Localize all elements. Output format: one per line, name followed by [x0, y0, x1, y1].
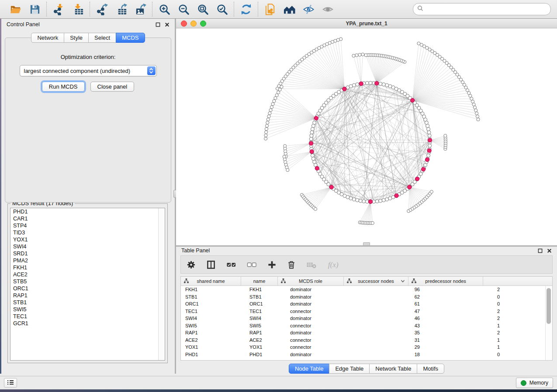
mcds-node-item[interactable]: FKH1 [10, 264, 165, 271]
mcds-node-item[interactable]: RAP1 [10, 292, 165, 299]
network-node[interactable] [474, 109, 477, 112]
network-node[interactable] [277, 91, 280, 94]
network-node[interactable] [356, 83, 359, 86]
table-row[interactable]: SWI4SWI4dominator462 [181, 315, 552, 322]
network-node[interactable] [385, 83, 389, 87]
column-header-successor-nodes[interactable]: successor nodes [344, 277, 408, 285]
refresh-view-icon[interactable] [240, 3, 252, 15]
add-column-icon[interactable] [267, 260, 277, 269]
network-node[interactable] [352, 198, 356, 201]
table-row[interactable]: STB1STB1dominator620 [181, 293, 552, 301]
mcds-node-item[interactable]: YOX1 [10, 236, 165, 243]
zoom-out-icon[interactable] [177, 3, 190, 15]
network-node[interactable] [314, 207, 317, 210]
table-row[interactable]: YOX1YOX1connector291 [181, 344, 552, 351]
export-image-icon[interactable] [134, 3, 146, 15]
network-node[interactable] [444, 134, 447, 137]
close-panel-icon[interactable] [165, 22, 170, 27]
criterion-select[interactable]: largest connected component (undirected) [20, 65, 157, 76]
network-node[interactable] [371, 221, 374, 224]
mcds-node-item[interactable]: GCR1 [10, 320, 165, 327]
network-node[interactable] [311, 127, 314, 131]
mcds-node[interactable] [408, 185, 412, 189]
mcds-node[interactable] [329, 185, 333, 189]
mcds-node-item[interactable]: CAR1 [10, 215, 165, 222]
mcds-list-scrollbar[interactable] [158, 208, 165, 360]
network-node[interactable] [369, 81, 372, 85]
mcds-node-item[interactable]: TID3 [10, 229, 165, 236]
maximize-window-icon[interactable] [200, 21, 206, 27]
mcds-node[interactable] [359, 82, 363, 86]
network-node[interactable] [364, 54, 367, 57]
zoom-in-icon[interactable] [158, 3, 170, 15]
network-node[interactable] [428, 144, 432, 148]
mcds-node[interactable] [428, 138, 432, 142]
hide-graphics-details-icon[interactable] [302, 3, 315, 15]
network-node[interactable] [430, 190, 433, 193]
network-node[interactable] [264, 137, 267, 140]
tab-edge-table[interactable]: Edge Table [329, 364, 370, 374]
automation-list-button[interactable] [4, 378, 17, 388]
column-header-shared-name[interactable]: shared name [181, 277, 241, 285]
column-header-mcds-role[interactable]: MCDS role [278, 277, 344, 285]
table-options-gear-icon[interactable] [187, 260, 196, 269]
column-header-predecessor-nodes[interactable]: predecessor nodes [408, 277, 483, 285]
close-window-icon[interactable] [181, 21, 187, 27]
network-node[interactable] [286, 168, 289, 172]
network-node[interactable] [475, 112, 478, 115]
network-node[interactable] [477, 118, 480, 121]
network-node[interactable] [311, 154, 314, 157]
table-row[interactable]: FKH1FKH1dominator962 [181, 286, 552, 293]
mcds-node[interactable] [427, 148, 431, 152]
tab-node-table[interactable]: Node Table [289, 364, 330, 374]
float-table-panel-icon[interactable] [538, 248, 543, 253]
mcds-node[interactable] [343, 87, 346, 91]
network-node[interactable] [265, 127, 268, 131]
mcds-node-item[interactable]: ORC1 [10, 285, 165, 292]
network-node[interactable] [310, 131, 314, 134]
mcds-node-item[interactable]: SWI5 [10, 306, 165, 313]
network-node[interactable] [427, 154, 430, 157]
network-node[interactable] [382, 83, 385, 86]
mcds-node[interactable] [394, 194, 398, 198]
network-node[interactable] [267, 115, 270, 118]
network-node[interactable] [427, 131, 431, 134]
table-splitter-grip[interactable] [363, 242, 370, 245]
memory-button[interactable]: Memory [516, 378, 553, 388]
network-graph[interactable] [176, 28, 556, 245]
open-session-icon[interactable] [9, 3, 21, 15]
table-row[interactable]: ORC1ORC1dominator610 [181, 300, 552, 308]
export-table-icon[interactable] [115, 3, 127, 15]
network-node[interactable] [355, 54, 358, 57]
mcds-node[interactable] [309, 141, 313, 145]
zoom-selected-icon[interactable] [216, 3, 228, 15]
network-node[interactable] [309, 137, 313, 141]
import-network-from-file-icon[interactable] [52, 3, 65, 15]
mcds-node[interactable] [310, 150, 314, 154]
select-all-checkboxes-icon[interactable] [226, 260, 236, 269]
network-node[interactable] [352, 54, 355, 57]
network-node[interactable] [275, 94, 278, 97]
network-node[interactable] [472, 103, 475, 106]
deselect-all-checkboxes-icon[interactable] [247, 260, 257, 269]
tab-mcds[interactable]: MCDS [116, 33, 145, 43]
table-scrollbar[interactable] [545, 286, 552, 360]
mcds-node-item[interactable]: PHD1 [10, 208, 165, 215]
network-node[interactable] [382, 199, 385, 202]
network-node[interactable] [427, 127, 430, 131]
clone-network-icon[interactable] [264, 3, 276, 15]
network-node[interactable] [311, 124, 315, 127]
column-header-name[interactable]: name [241, 277, 278, 285]
network-node[interactable] [358, 53, 361, 56]
export-network-icon[interactable] [96, 3, 108, 15]
close-panel-button[interactable]: Close panel [90, 82, 135, 92]
network-node[interactable] [361, 53, 364, 56]
network-node[interactable] [273, 100, 276, 103]
search-input[interactable] [426, 6, 547, 13]
mcds-node-item[interactable]: STP4 [10, 222, 165, 229]
network-node[interactable] [265, 124, 268, 127]
table-row[interactable]: TEC1TEC1connector472 [181, 308, 552, 315]
mcds-node-item[interactable]: TEC1 [10, 313, 165, 320]
tab-style[interactable]: Style [64, 33, 89, 43]
save-session-icon[interactable] [28, 3, 41, 15]
